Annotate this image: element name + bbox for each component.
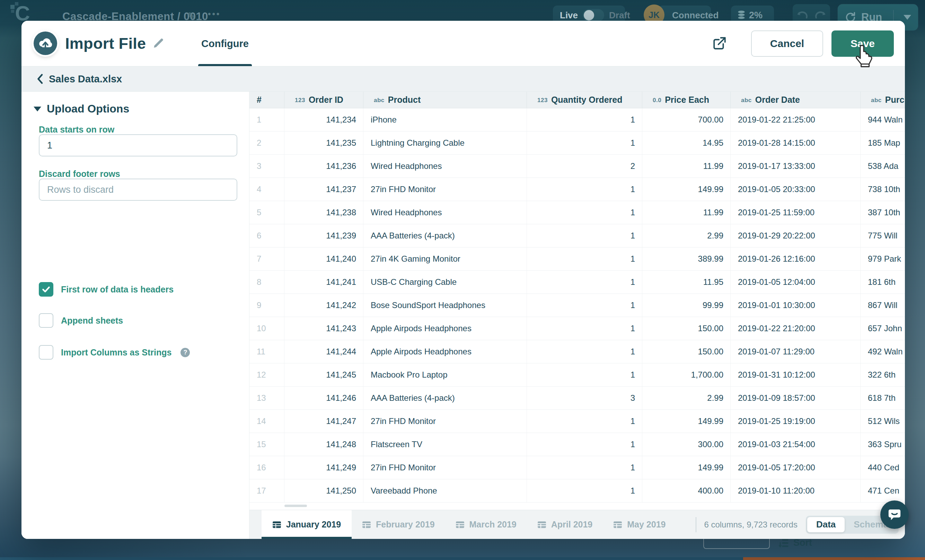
table-cell: 2019-01-01 10:30:00: [730, 294, 860, 317]
save-button[interactable]: Save: [832, 30, 894, 57]
checkbox-label[interactable]: First row of data is headers: [61, 284, 173, 294]
table-cell: 2019-01-05 17:20:00: [730, 456, 860, 479]
table-cell: 1: [527, 271, 642, 293]
checkbox-row[interactable]: First row of data is headers: [39, 282, 173, 297]
table-cell: 141,246: [284, 387, 363, 410]
column-header[interactable]: 123Order ID: [284, 92, 363, 108]
row-number: 6: [249, 224, 284, 247]
row-number: 8: [249, 271, 284, 293]
table-cell: 11.99: [642, 201, 730, 224]
table-cell: 944 Waln: [860, 108, 905, 131]
table-cell: 2.99: [642, 224, 730, 247]
breadcrumb[interactable]: Sales Data.xlsx: [36, 74, 122, 85]
sheet-tab-label: March 2019: [469, 519, 517, 530]
more-menu-icon[interactable]: •••: [208, 9, 221, 19]
table-row: 2141,235Lightning Charging Cable114.9520…: [249, 132, 905, 155]
sheet-tab-may-2019[interactable]: May 2019: [603, 510, 676, 539]
column-label: Purcha: [885, 95, 905, 105]
column-header[interactable]: 123Quantity Ordered: [527, 92, 642, 108]
column-header[interactable]: #: [249, 92, 284, 108]
table-cell: 149.99: [642, 178, 730, 201]
collapse-triangle-icon: [34, 107, 41, 111]
table-cell: Wired Headphones: [363, 155, 527, 177]
sheet-tab-february-2019[interactable]: February 2019: [352, 510, 445, 539]
tab-configure[interactable]: Configure: [196, 21, 254, 66]
upload-options-panel: Upload Options Data starts on row Discar…: [21, 92, 249, 539]
table-cell: 141,242: [284, 294, 363, 317]
sheet-tab-april-2019[interactable]: April 2019: [527, 510, 603, 539]
toggle-track[interactable]: [583, 9, 604, 21]
help-icon[interactable]: ?: [181, 348, 190, 357]
table-cell: 185 Map: [860, 132, 905, 155]
table-cell: 1: [527, 248, 642, 270]
chat-launcher[interactable]: [880, 500, 909, 529]
table-cell: 492 Waln: [860, 340, 905, 363]
table-cell: 979 Park: [860, 248, 905, 270]
checkbox-unchecked[interactable]: [39, 313, 53, 328]
bottom-strip-accent: [743, 557, 925, 560]
checkbox-label[interactable]: Import Columns as Strings: [61, 347, 172, 357]
edit-title-icon[interactable]: ✎: [187, 11, 195, 22]
table-cell: 2019-01-25 19:19:00: [730, 410, 860, 432]
discard-rows-input[interactable]: [39, 179, 237, 201]
checkbox-row[interactable]: Import Columns as Strings?: [39, 345, 190, 360]
table-cell: 1: [527, 363, 642, 386]
sheet-tab-march-2019[interactable]: March 2019: [445, 510, 527, 539]
table-cell: 2: [527, 155, 642, 177]
table-cell: 2019-01-25 11:59:00: [730, 201, 860, 224]
toggle-data[interactable]: Data: [807, 517, 845, 532]
column-label: Order ID: [309, 95, 343, 105]
column-header[interactable]: abcPurcha: [860, 92, 905, 108]
edit-name-icon[interactable]: [152, 38, 164, 49]
table-cell: 1: [527, 201, 642, 224]
table-cell: AAA Batteries (4-pack): [363, 224, 527, 247]
table-cell: 141,244: [284, 340, 363, 363]
horizontal-scrollbar[interactable]: [285, 504, 307, 507]
table-cell: 2019-01-22 21:20:00: [730, 317, 860, 340]
database-icon: [737, 10, 746, 20]
table-cell: 775 Will: [860, 224, 905, 247]
table-cell: 141,240: [284, 248, 363, 270]
row-number: 7: [249, 248, 284, 270]
row-number: 1: [249, 108, 284, 131]
redo-icon[interactable]: [814, 11, 826, 20]
table-row: 1141,234iPhone1700.002019-01-22 21:25:00…: [249, 108, 905, 132]
open-external-icon[interactable]: [712, 36, 727, 51]
column-header[interactable]: abcProduct: [363, 92, 527, 108]
cancel-button[interactable]: Cancel: [751, 30, 823, 57]
checkbox-checked[interactable]: [39, 282, 53, 297]
sheet-grid-icon: [613, 521, 622, 528]
table-cell: 300.00: [642, 433, 730, 456]
sheet-grid-icon: [537, 521, 546, 528]
undo-icon[interactable]: [797, 11, 809, 20]
table-cell: 400.00: [642, 479, 730, 502]
table-cell: 141,243: [284, 317, 363, 340]
table-cell: USB-C Charging Cable: [363, 271, 527, 293]
upload-options-header[interactable]: Upload Options: [34, 102, 129, 115]
table-cell: 2019-01-07 11:29:00: [730, 340, 860, 363]
data-starts-input[interactable]: [39, 134, 237, 156]
column-label: Quantity Ordered: [551, 95, 622, 105]
sheet-tab-january-2019[interactable]: January 2019: [262, 510, 352, 539]
checkbox-label[interactable]: Append sheets: [61, 316, 123, 326]
run-caret-icon[interactable]: [904, 15, 911, 20]
table-cell: 149.99: [642, 410, 730, 432]
chevron-left-icon: [36, 74, 43, 84]
column-header[interactable]: abcOrder Date: [730, 92, 860, 108]
chat-bubble-icon: [887, 507, 902, 522]
table-cell: 2019-01-05 12:04:00: [730, 271, 860, 293]
column-type-icon: abc: [374, 97, 384, 104]
table-cell: 1: [527, 410, 642, 432]
table-row: 13141,246AAA Batteries (4-pack)32.992019…: [249, 387, 905, 410]
checkbox-unchecked[interactable]: [39, 345, 53, 360]
checkbox-row[interactable]: Append sheets: [39, 313, 123, 328]
table-cell: 389.99: [642, 248, 730, 270]
table-cell: 618 7th: [860, 387, 905, 410]
logo-pixel: [11, 5, 15, 9]
table-cell: 2019-01-22 21:25:00: [730, 108, 860, 131]
table-cell: 141,247: [284, 410, 363, 432]
table-cell: 141,245: [284, 363, 363, 386]
column-header[interactable]: 0.0Price Each: [642, 92, 730, 108]
table-cell: 27in 4K Gaming Monitor: [363, 248, 527, 270]
table-cell: Bose SoundSport Headphones: [363, 294, 527, 317]
